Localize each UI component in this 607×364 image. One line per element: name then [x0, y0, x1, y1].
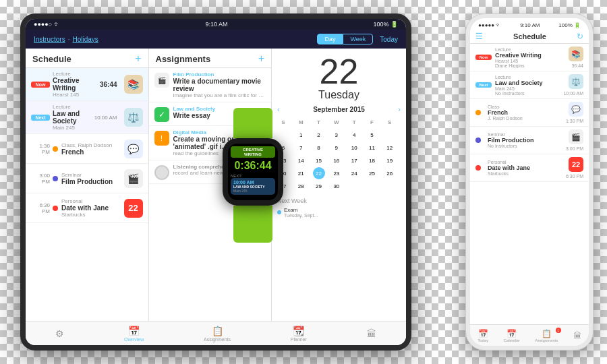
item-name-law-society: Law and Society — [53, 110, 94, 125]
phone-nav-refresh-icon[interactable]: ↻ — [577, 32, 583, 41]
cal-day-empty2 — [384, 129, 396, 141]
phone-sub-ralph: J. Ralph Dodson — [488, 116, 562, 121]
phone-item-date-jane[interactable]: Personal Date with Jane Starbucks 22 6:3… — [470, 154, 589, 182]
cal-day-9[interactable]: 9 — [330, 142, 343, 154]
item-icon-chat: 💬 — [124, 140, 143, 158]
phone-time-law: 10:00 AM — [563, 91, 583, 96]
phone-item-film-production[interactable]: Seminar Film Production No Instructors 🎬… — [470, 127, 589, 154]
cal-day-17[interactable]: 17 — [348, 154, 360, 166]
cal-day-23[interactable]: 23 — [330, 167, 343, 179]
phone-sub-main245: Main 245 — [495, 86, 560, 91]
item-label-personal: Personal — [61, 198, 120, 204]
cal-day-16[interactable]: 16 — [330, 154, 343, 166]
item-label-class: Class, Ralph Dodson — [61, 142, 120, 148]
phone-nav-menu-icon[interactable]: ☰ — [475, 32, 483, 41]
item-name-film-production: Film Production — [61, 178, 120, 185]
phone-label-seminar: Seminar — [488, 132, 562, 137]
cal-day-26[interactable]: 26 — [384, 167, 396, 179]
phone-bottom-assignments[interactable]: 📋 1 Assignments — [535, 329, 558, 342]
phone-item-french[interactable]: Class French J. Ralph Dodson 💬 1:30 PM — [470, 99, 589, 127]
phone-item-law-society[interactable]: Next Lecture Law and Society Main 245 No… — [470, 71, 589, 99]
scene: ●●●●○ ᯤ 9:10 AM 100% 🔋 Instructors · Hol… — [0, 0, 607, 364]
cal-day-12[interactable]: 12 — [384, 142, 396, 154]
cal-day-21[interactable]: 21 — [295, 167, 307, 179]
phone-item-creative-writing[interactable]: Now Lecture Creative Writing Hearst 145 … — [470, 44, 589, 71]
tablet-nav: Instructors · Holidays Day Week Today — [26, 30, 406, 49]
cal-day-empty4 — [366, 180, 378, 192]
phone-bottom-bar: 📅 Today 📅 Calendar 📋 1 Assignments 🏛 — [470, 324, 589, 346]
cal-day-2[interactable]: 2 — [313, 129, 325, 141]
cal-day-24[interactable]: 24 — [348, 167, 360, 179]
cal-day-5[interactable]: 5 — [366, 129, 378, 141]
cal-header-w: W — [330, 116, 343, 128]
phone-assignments-icon: 📋 — [542, 329, 552, 338]
cal-day-8[interactable]: 8 — [313, 142, 325, 154]
phone-content: Now Lecture Creative Writing Hearst 145 … — [470, 44, 589, 324]
schedule-item-french[interactable]: 1:30 PM Class, Ralph Dodson French 💬 — [26, 134, 148, 164]
bottom-item-bank[interactable]: 🏛 — [367, 328, 376, 339]
cal-next-btn[interactable]: › — [398, 105, 401, 113]
cal-day-29[interactable]: 29 — [313, 180, 325, 192]
schedule-item-creative-writing[interactable]: Now Lecture Creative Writing Hearst 145 … — [26, 68, 148, 101]
cal-day-30[interactable]: 30 — [330, 180, 343, 192]
cal-day-4[interactable]: 4 — [348, 129, 360, 141]
segment-day[interactable]: Day — [317, 34, 343, 44]
nav-link-instructors[interactable]: Instructors — [34, 36, 65, 43]
watch-next-room: Main 245 — [233, 189, 272, 193]
phone-bottom-today[interactable]: 📅 Today — [478, 329, 488, 342]
bottom-item-overview[interactable]: 📅 Overview — [124, 326, 144, 342]
cal-day-3[interactable]: 3 — [330, 129, 343, 141]
nav-link-holidays[interactable]: Holidays — [72, 36, 98, 43]
schedule-item-date-jane[interactable]: 6:30 PM Personal Date with Jane Starbuck… — [26, 193, 148, 223]
phone-sub-no-instructors-film: No Instructors — [488, 144, 562, 148]
cal-day-22-today[interactable]: 22 — [313, 167, 325, 179]
cal-day-28[interactable]: 28 — [295, 180, 307, 192]
cal-nav: ‹ September 2015 › — [277, 105, 401, 113]
cal-day-10[interactable]: 10 — [348, 142, 360, 154]
phone-device: ●●●●● ᯤ 9:10 AM 100% 🔋 ☰ Schedule ↻ Now … — [465, 13, 594, 351]
phone-label-lecture: Lecture — [495, 47, 565, 52]
gear-icon: ⚙ — [55, 328, 64, 339]
today-button[interactable]: Today — [380, 36, 398, 43]
schedule-item-film-production[interactable]: 3:00 PM Seminar Film Production 🎬 — [26, 164, 148, 193]
item-label-lecture2: Lecture — [53, 104, 94, 110]
phone-calendar-icon: 📅 — [507, 329, 517, 338]
date-box-number: 22 — [128, 203, 138, 213]
tablet-device: ●●●●○ ᯤ 9:10 AM 100% 🔋 Instructors · Hol… — [20, 13, 411, 351]
assignment-film-review[interactable]: 🎬 Film Production Write a documentary mo… — [149, 68, 272, 102]
item-label-seminar: Seminar — [61, 172, 120, 178]
phone-dot-film — [475, 138, 481, 143]
schedule-add-button[interactable]: + — [135, 53, 141, 65]
bottom-item-planner[interactable]: 📆 Planner — [291, 326, 307, 342]
badge-now: Now — [31, 82, 50, 88]
phone-sub-hearst: Hearst 145 — [495, 59, 565, 63]
assignments-add-button[interactable]: + — [258, 53, 264, 65]
nav-separator: · — [68, 36, 70, 43]
phone-bottom-calendar[interactable]: 📅 Calendar — [503, 329, 519, 342]
bottom-item-assignments[interactable]: 📋 Assignments — [204, 326, 231, 342]
cal-day-18[interactable]: 18 — [366, 154, 378, 166]
schedule-pane: Schedule + Now Lecture Creative Writing … — [26, 49, 149, 321]
assign-title-film: Write a documentary movie review — [173, 78, 266, 92]
schedule-item-law-society[interactable]: Next Lecture Law and Society Main 245 10… — [26, 101, 148, 134]
phone-bottom-bank[interactable]: 🏛 — [573, 331, 581, 340]
cal-day-15[interactable]: 15 — [313, 154, 325, 166]
phone-info-date-jane: Personal Date with Jane Starbucks — [488, 160, 562, 176]
cal-day-7[interactable]: 7 — [295, 142, 307, 154]
phone-screen: ●●●●● ᯤ 9:10 AM 100% 🔋 ☰ Schedule ↻ Now … — [470, 18, 589, 346]
cal-day-1[interactable]: 1 — [295, 129, 307, 141]
phone-status-bar: ●●●●● ᯤ 9:10 AM 100% 🔋 — [470, 18, 589, 30]
segment-week[interactable]: Week — [343, 34, 373, 44]
bottom-item-settings[interactable]: ⚙ — [55, 328, 64, 339]
item-sub-main245: Main 245 — [53, 125, 94, 131]
phone-signal: ●●●●● ᯤ — [478, 22, 501, 28]
phone-nav-title: Schedule — [513, 32, 546, 40]
cal-big-date: 22 — [277, 54, 401, 89]
cal-day-25[interactable]: 25 — [366, 167, 378, 179]
cal-day-19[interactable]: 19 — [384, 154, 396, 166]
smartwatch-device: CREATIVE WRITING 0:36:44 NEXT: 10:00 AM … — [223, 108, 283, 243]
bottom-label-overview: Overview — [124, 337, 144, 342]
cal-day-14[interactable]: 14 — [295, 154, 307, 166]
phone-info-french: Class French J. Ralph Dodson — [488, 104, 562, 121]
cal-day-11[interactable]: 11 — [366, 142, 378, 154]
